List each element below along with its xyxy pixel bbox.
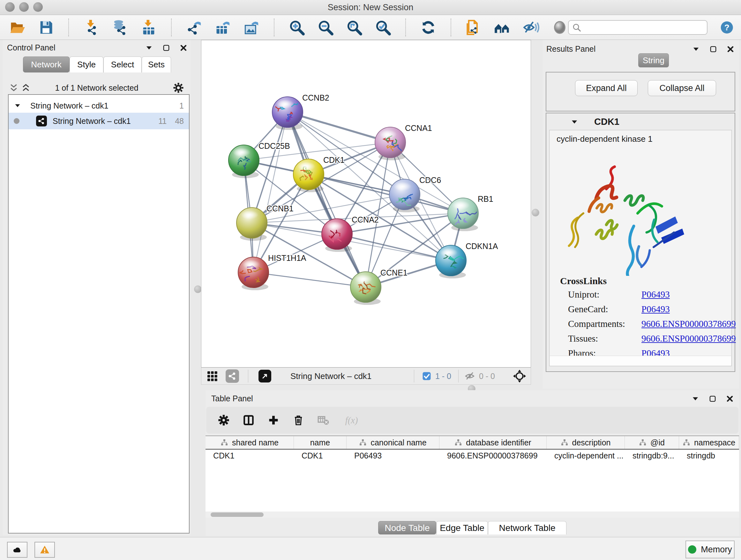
- panel-float-icon[interactable]: [709, 395, 717, 403]
- column-network-icon: [561, 439, 568, 446]
- node-RB1[interactable]: RB1: [448, 194, 493, 231]
- network-row[interactable]: String Network – cdk1 11 48: [9, 113, 189, 129]
- tab-sets[interactable]: Sets: [142, 57, 171, 72]
- edge-CCNB2-CCNA1[interactable]: [287, 112, 390, 142]
- node-label: CCNA1: [405, 124, 432, 132]
- column-network-icon: [683, 439, 690, 446]
- tree-expander-icon[interactable]: [14, 102, 21, 110]
- gene-expander-icon[interactable]: [570, 118, 579, 126]
- column-network-icon: [220, 439, 228, 446]
- column-header-namespace[interactable]: namespace: [679, 436, 739, 449]
- column-header-database-identifier[interactable]: database identifier: [440, 436, 547, 449]
- import-network-database-icon[interactable]: [112, 19, 128, 36]
- hide-eye-icon[interactable]: [523, 19, 539, 36]
- network-canvas[interactable]: CCNB2CCNA1CDC25BCDK1CDC6RB1CCNB1CCNA2CDK…: [201, 40, 531, 368]
- table-scroll-thumb[interactable]: [211, 512, 264, 517]
- network-graph[interactable]: CCNB2CCNA1CDC25BCDK1CDC6RB1CCNB1CCNA2CDK…: [201, 40, 531, 367]
- panel-close-icon[interactable]: [726, 45, 735, 53]
- crosslink-link[interactable]: 9606.ENSP00000378699: [642, 319, 736, 329]
- column-header-description[interactable]: description: [547, 436, 625, 449]
- search-input[interactable]: [568, 20, 708, 35]
- tab-string[interactable]: String: [638, 53, 669, 67]
- panel-close-icon[interactable]: [726, 395, 734, 403]
- panel-collapse-icon[interactable]: [691, 395, 699, 403]
- share-document-icon[interactable]: [465, 19, 482, 36]
- crosslinks-title: CrossLinks: [560, 275, 607, 287]
- panel-collapse-icon[interactable]: [692, 45, 700, 53]
- crosslink-link[interactable]: P06493: [642, 289, 670, 300]
- edge-HIST1H1A-CCNE1[interactable]: [253, 272, 366, 287]
- cloud-button[interactable]: [7, 542, 27, 558]
- selected-checkbox-icon[interactable]: [422, 371, 431, 381]
- tab-style[interactable]: Style: [70, 57, 104, 72]
- node-HIST1H1A[interactable]: HIST1H1A: [238, 253, 307, 290]
- tab-node-table[interactable]: Node Table: [378, 521, 436, 535]
- edge-CCNA2-CDKN1A[interactable]: [337, 234, 451, 260]
- node-CCNB1[interactable]: CCNB1: [237, 204, 293, 241]
- birdseye-view-icon[interactable]: [259, 370, 271, 382]
- table-h-scrollbar: [205, 511, 739, 518]
- right-splitter-handle[interactable]: [532, 209, 539, 216]
- tab-edge-table[interactable]: Edge Table: [436, 521, 488, 535]
- column-header--id[interactable]: @id: [625, 436, 679, 449]
- table-settings-gear-icon[interactable]: [218, 414, 230, 426]
- split-columns-icon[interactable]: [243, 414, 255, 426]
- grid-view-icon[interactable]: [206, 370, 218, 382]
- node-CDKN1A[interactable]: CDKN1A: [435, 242, 498, 278]
- column-network-icon: [639, 439, 647, 446]
- panel-collapse-icon[interactable]: [145, 44, 153, 52]
- node-CCNE1[interactable]: CCNE1: [350, 268, 408, 305]
- fit-selected-crosshair-icon[interactable]: [513, 369, 526, 383]
- zoom-selected-icon[interactable]: [375, 19, 391, 36]
- sphere-eye-icon[interactable]: [551, 19, 568, 36]
- memory-button[interactable]: Memory: [685, 541, 735, 558]
- network-collection-row[interactable]: String Network – cdk1 1: [9, 99, 189, 113]
- crosslink-label: Uniprot:: [568, 289, 599, 300]
- export-network-icon[interactable]: [186, 19, 202, 36]
- warnings-button[interactable]: [35, 542, 55, 558]
- tab-select[interactable]: Select: [104, 57, 142, 72]
- column-header-canonical-name[interactable]: canonical name: [347, 436, 440, 449]
- crosslink-link[interactable]: 9606.ENSP00000378699: [642, 333, 736, 344]
- zoom-in-icon[interactable]: [288, 19, 305, 36]
- open-file-icon[interactable]: [9, 19, 25, 36]
- gene-header[interactable]: CDK1: [546, 113, 735, 130]
- string-view-icon[interactable]: [226, 369, 239, 383]
- results-scrollbar[interactable]: [550, 356, 731, 366]
- delete-column-icon[interactable]: [292, 414, 305, 426]
- results-panel-title: Results Panel: [546, 44, 596, 54]
- node-label: CDC25B: [259, 141, 290, 150]
- panel-float-icon[interactable]: [709, 45, 718, 53]
- refresh-view-icon[interactable]: [420, 19, 436, 36]
- export-image-icon[interactable]: [243, 19, 260, 36]
- column-header-name[interactable]: name: [294, 436, 347, 449]
- network-options-gear-icon[interactable]: [173, 82, 184, 93]
- tab-network[interactable]: Network: [23, 57, 70, 72]
- expand-all-button[interactable]: Expand All: [575, 80, 637, 96]
- tab-network-table[interactable]: Network Table: [488, 521, 566, 535]
- import-network-file-icon[interactable]: [83, 19, 99, 36]
- table-row[interactable]: CDK1CDK1P064939606.ENSP00000378699cyclin…: [205, 449, 739, 462]
- save-session-icon[interactable]: [38, 19, 54, 36]
- zoom-out-icon[interactable]: [317, 19, 334, 36]
- crosslink-link[interactable]: P06493: [642, 304, 670, 314]
- help-button[interactable]: ?: [720, 20, 733, 35]
- control-panel: Control Panel NetworkStyleSelectSets 1 o…: [3, 40, 191, 535]
- node-CDC6[interactable]: CDC6: [389, 176, 441, 212]
- collapse-all-button[interactable]: Collapse All: [648, 80, 716, 96]
- toolbar-separator: [405, 18, 406, 37]
- clear-table-icon: [317, 414, 329, 426]
- panel-close-icon[interactable]: [179, 44, 188, 52]
- import-table-icon[interactable]: [140, 19, 157, 36]
- node-CCNA2[interactable]: CCNA2: [322, 215, 379, 252]
- string-home-icon[interactable]: [494, 19, 511, 36]
- column-header-shared-name[interactable]: shared name: [205, 436, 294, 449]
- gene-details: cyclin-dependent kinase 1: [549, 130, 732, 366]
- left-splitter-handle[interactable]: [194, 286, 202, 293]
- zoom-fit-icon[interactable]: [346, 19, 362, 36]
- panel-float-icon[interactable]: [162, 44, 171, 52]
- memory-label: Memory: [701, 545, 732, 555]
- export-table-icon[interactable]: [214, 19, 231, 36]
- add-column-icon[interactable]: [267, 414, 280, 426]
- edge-CCNB2-HIST1H1A[interactable]: [253, 112, 287, 272]
